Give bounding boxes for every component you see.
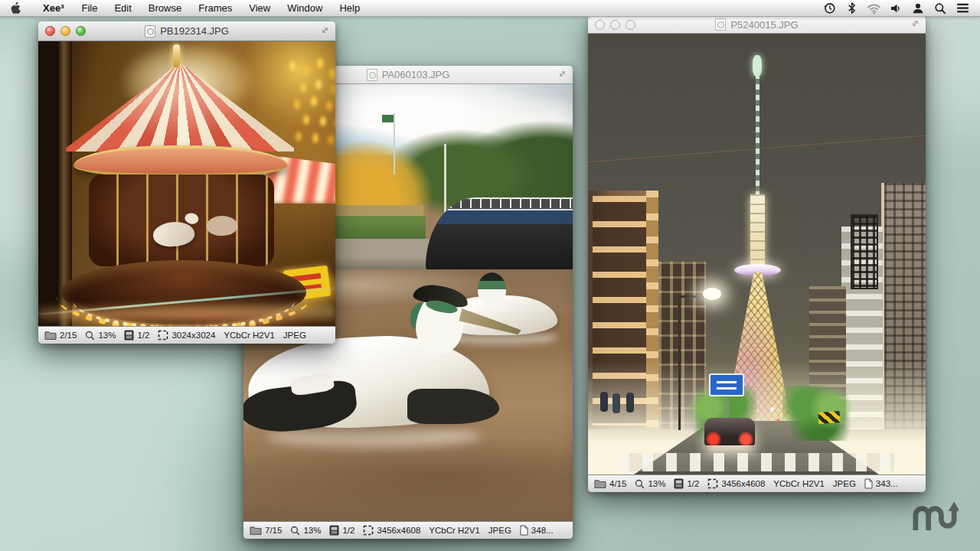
- file-format: JPEG: [283, 331, 306, 340]
- document-icon: [367, 69, 377, 81]
- crosswalk: [619, 453, 895, 471]
- menu-bar: Xee³ File Edit Browse Frames View Window…: [0, 0, 980, 17]
- title-text: P5240015.JPG: [730, 19, 798, 31]
- image-dimensions: 3456x4608: [707, 478, 765, 489]
- frame-counter: 1/2: [674, 478, 699, 489]
- zoom-level: 13%: [85, 331, 116, 341]
- close-button[interactable]: [45, 26, 55, 36]
- spotlight-search-icon[interactable]: [932, 0, 949, 17]
- photo-carousel[interactable]: [38, 41, 335, 326]
- color-space: YCbCr H2V1: [224, 331, 274, 340]
- window-pb192314: PB192314.JPG: [38, 21, 335, 344]
- apple-icon: [11, 2, 21, 15]
- menu-edit[interactable]: Edit: [106, 2, 139, 14]
- zoom-level: 13%: [635, 479, 665, 489]
- film-frame-icon: [674, 478, 684, 489]
- magnifier-icon: [85, 331, 95, 341]
- ship-hull: [426, 197, 573, 271]
- notification-list-icon[interactable]: [954, 0, 971, 17]
- minimize-button[interactable]: [60, 26, 70, 36]
- streetlight-lamp: [703, 288, 721, 300]
- menu-file[interactable]: File: [73, 2, 106, 14]
- actual-size-icon: [158, 330, 168, 341]
- file-format: JPEG: [488, 526, 511, 535]
- app-menu-xee[interactable]: Xee³: [34, 2, 73, 14]
- car-with-taillights: [704, 418, 755, 445]
- ship-blue-stripe: [435, 209, 573, 224]
- carousel-canopy: [66, 64, 294, 152]
- window-title: P5240015.JPG: [715, 18, 798, 31]
- road-sign-blue: [709, 373, 744, 396]
- titlebar[interactable]: PB192314.JPG: [38, 21, 335, 41]
- shelf-reflections: [38, 302, 335, 326]
- window-title: PB192314.JPG: [145, 25, 229, 37]
- color-space: YCbCr H2V1: [773, 479, 824, 488]
- film-frame-icon: [124, 330, 134, 341]
- menu-bar-menus: Xee³ File Edit Browse Frames View Window…: [0, 0, 368, 16]
- streetlight-pole: [678, 295, 681, 430]
- zoom-button[interactable]: [626, 20, 635, 30]
- frame-counter: 1/2: [124, 330, 149, 341]
- file-size: 343...: [864, 478, 898, 489]
- status-bar: 2/15 13% 1/2 3024x3024 YCbCr H2V1 JPEG: [38, 326, 335, 344]
- title-text: PA060103.JPG: [382, 69, 450, 80]
- user-switch-icon[interactable]: [910, 0, 926, 17]
- window-title: PA060103.JPG: [367, 69, 450, 81]
- desktop: Xee³ File Edit Browse Frames View Window…: [0, 0, 980, 551]
- menu-window[interactable]: Window: [279, 2, 331, 14]
- status-bar: 7/15 13% 1/2 3456x4608 YCbCr H2V1 JPEG 3…: [243, 521, 573, 539]
- photo-skytree-night[interactable]: [588, 34, 926, 474]
- title-text: PB192314.JPG: [160, 25, 229, 37]
- close-button[interactable]: [595, 20, 605, 30]
- folder-icon: [594, 479, 606, 488]
- window-controls: [595, 16, 635, 33]
- image-dimensions: 3024x3024: [158, 330, 215, 341]
- flag-pole: [394, 113, 395, 174]
- magnifier-icon: [290, 526, 300, 536]
- page-icon: [864, 478, 873, 489]
- expand-arrows-icon[interactable]: [910, 18, 920, 31]
- status-bar: 4/15 13% 1/2 3456x4608 YCbCr H2V1 JPEG 3…: [588, 474, 926, 492]
- menu-help[interactable]: Help: [331, 2, 368, 14]
- expand-arrows-icon[interactable]: [320, 24, 330, 38]
- time-machine-icon[interactable]: [821, 0, 838, 17]
- file-format: JPEG: [833, 479, 856, 488]
- file-position: 7/15: [250, 526, 282, 535]
- file-position: 4/15: [594, 479, 626, 488]
- bokeh-lights: [289, 61, 296, 71]
- magnifier-icon: [635, 479, 645, 489]
- carousel-horses-area: [89, 174, 274, 266]
- titlebar[interactable]: P5240015.JPG: [588, 16, 926, 34]
- folder-icon: [250, 526, 262, 535]
- color-space: YCbCr H2V1: [429, 526, 479, 535]
- document-icon: [145, 25, 155, 37]
- carousel-band: [74, 145, 288, 178]
- apple-menu[interactable]: [0, 0, 34, 16]
- menu-view[interactable]: View: [240, 2, 279, 14]
- file-size: 348...: [520, 525, 554, 536]
- wifi-icon[interactable]: [865, 0, 882, 17]
- hazard-stripe-sign: [818, 411, 841, 424]
- skytree-upper-section: [750, 194, 765, 268]
- zoom-button[interactable]: [76, 26, 86, 36]
- film-frame-icon: [329, 525, 339, 536]
- volume-icon[interactable]: [887, 0, 904, 17]
- menu-bar-status-items: [821, 0, 980, 16]
- menu-frames[interactable]: Frames: [190, 2, 240, 14]
- duck-far-head: [478, 272, 506, 306]
- page-icon: [520, 525, 528, 536]
- actual-size-icon: [707, 478, 718, 489]
- image-dimensions: 3456x4608: [363, 525, 420, 536]
- background-blob: [0, 352, 222, 551]
- menu-browse[interactable]: Browse: [140, 2, 190, 14]
- zoom-level: 13%: [290, 526, 321, 536]
- file-position: 2/15: [44, 331, 77, 340]
- minimize-button[interactable]: [610, 20, 620, 30]
- window-controls: [45, 21, 86, 41]
- duck-near-breast: [407, 389, 499, 424]
- carousel-finial: [173, 44, 180, 67]
- pedestrians: [600, 392, 608, 412]
- bluetooth-icon[interactable]: [843, 0, 860, 17]
- folder-icon: [44, 331, 57, 340]
- expand-arrows-icon[interactable]: [557, 68, 567, 82]
